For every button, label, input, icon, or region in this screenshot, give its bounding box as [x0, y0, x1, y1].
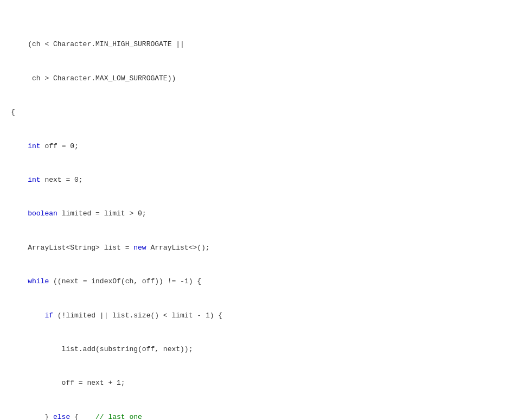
code-line: int off = 0; [11, 141, 494, 152]
code-block: (ch < Character.MIN_HIGH_SURROGATE || ch… [11, 5, 494, 420]
code-line: off = next + 1; [11, 378, 494, 389]
code-container: (ch < Character.MIN_HIGH_SURROGATE || ch… [0, 0, 505, 420]
code-line: { [11, 107, 494, 118]
code-line: if (!limited || list.size() < limit - 1)… [11, 310, 494, 322]
code-line: boolean limited = limit > 0; [11, 208, 494, 220]
code-line: (ch < Character.MIN_HIGH_SURROGATE || [11, 39, 494, 50]
code-line: } else { // last one [11, 412, 494, 420]
code-line: list.add(substring(off, next)); [11, 344, 494, 355]
code-line: int next = 0; [11, 175, 494, 186]
code-line: ArrayList<String> list = new ArrayList<>… [11, 243, 494, 254]
code-line: while ((next = indexOf(ch, off)) != -1) … [11, 276, 494, 288]
code-line: ch > Character.MAX_LOW_SURROGATE)) [11, 73, 494, 85]
